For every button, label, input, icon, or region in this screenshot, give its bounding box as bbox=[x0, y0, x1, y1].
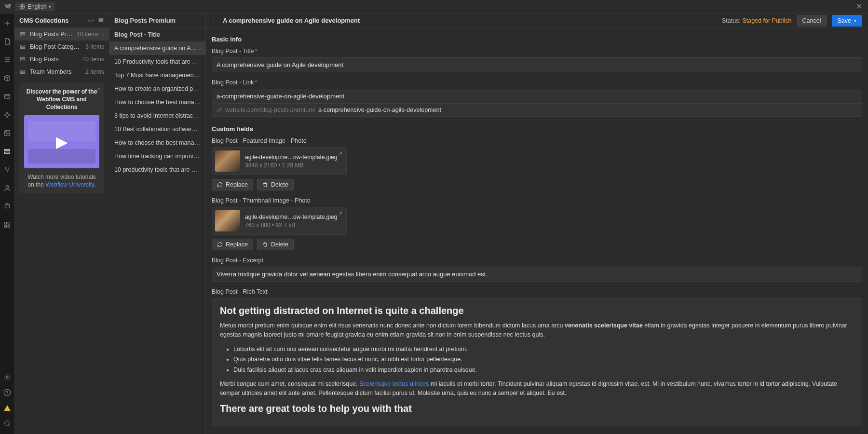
refresh-icon bbox=[217, 182, 223, 188]
richtext-h1: Not getting distracted on Internet is qu… bbox=[220, 305, 854, 316]
link-input[interactable] bbox=[212, 89, 862, 104]
richtext-list: Lobortis elit sit cum orci aenean consec… bbox=[220, 345, 854, 375]
editor-body: Basic info Blog Post - Title* Blog Post … bbox=[206, 28, 868, 434]
help-icon[interactable] bbox=[3, 389, 11, 396]
svg-rect-9 bbox=[4, 222, 6, 224]
cms-item-row[interactable]: A comprehensive guide on Agile deve…› bbox=[109, 41, 205, 55]
collection-item[interactable]: Blog Posts Premium10 items› bbox=[14, 28, 109, 41]
field-label-richtext: Blog Post - Rich Text bbox=[212, 288, 862, 295]
richtext-h2: There are great tools to help you with t… bbox=[220, 403, 854, 414]
language-selector[interactable]: English ▾ bbox=[15, 2, 55, 11]
field-label-excerpt: Blog Post - Excerpt bbox=[212, 257, 862, 264]
assets-icon[interactable] bbox=[3, 129, 11, 137]
promo-title: Discover the power of the Webflow CMS an… bbox=[24, 88, 99, 111]
featured-image-filename: agile-developme…ow-template.jpeg bbox=[245, 154, 337, 161]
cms-item-row[interactable]: How to choose the best management… bbox=[109, 95, 205, 109]
replace-featured-button[interactable]: Replace bbox=[212, 179, 253, 190]
navigator-icon[interactable] bbox=[3, 56, 11, 64]
collection-icon bbox=[19, 31, 26, 38]
cms-item-row[interactable]: How to choose the best management… bbox=[109, 136, 205, 149]
svg-point-13 bbox=[6, 376, 8, 378]
richtext-link[interactable]: Scelerisque lectus ultrices bbox=[359, 380, 429, 387]
expand-icon[interactable]: ↗ bbox=[338, 150, 342, 157]
richtext-editor[interactable]: Not getting distracted on Internet is qu… bbox=[212, 298, 862, 426]
cms-item-row[interactable]: 3 tips to avoid Internet distractions at… bbox=[109, 109, 205, 122]
svg-rect-11 bbox=[4, 225, 6, 227]
cancel-button[interactable]: Cancel bbox=[797, 15, 827, 27]
add-icon[interactable] bbox=[3, 19, 11, 27]
replace-thumb-button[interactable]: Replace bbox=[212, 239, 253, 250]
promo-caption: Watch more video tutorials on the Webflo… bbox=[24, 173, 99, 189]
featured-image-meta: 3840 x 2160 • 1.28 MB bbox=[245, 162, 337, 169]
collection-count: 2 items bbox=[85, 68, 104, 75]
close-button[interactable]: ✕ bbox=[854, 2, 864, 11]
users-icon[interactable] bbox=[3, 184, 11, 192]
collection-count: 10 items bbox=[77, 31, 98, 38]
collection-name: Blog Posts bbox=[30, 56, 79, 63]
cms-item-row[interactable]: 10 Productivity tools that are worth c… bbox=[109, 55, 205, 68]
expand-icon[interactable]: ↗ bbox=[338, 210, 342, 217]
pages-icon[interactable] bbox=[3, 38, 11, 45]
settings-icon[interactable] bbox=[3, 373, 11, 381]
item-name: How time tracking can improve team … bbox=[114, 153, 201, 160]
chevron-down-icon: ▾ bbox=[49, 4, 51, 9]
svg-point-4 bbox=[8, 114, 10, 116]
apps-icon[interactable] bbox=[3, 221, 11, 229]
left-rail bbox=[0, 14, 14, 434]
chevron-right-icon: › bbox=[199, 46, 201, 51]
collection-item[interactable]: Blog Post Categories3 items bbox=[14, 41, 109, 53]
field-label-thumb-image: Blog Post - Thumbnail Image - Photo bbox=[212, 197, 862, 204]
save-button[interactable]: Save ▾ bbox=[832, 15, 863, 27]
style-icon[interactable] bbox=[3, 111, 11, 119]
audit-warning-icon[interactable] bbox=[3, 404, 11, 412]
cms-item-row[interactable]: 10 productivity tools that are worth c… bbox=[109, 163, 205, 176]
svg-rect-12 bbox=[8, 225, 10, 227]
collection-name: Team Members bbox=[30, 68, 81, 75]
item-name: Top 7 Must have management tools f… bbox=[114, 72, 201, 79]
cms-item-row[interactable]: How time tracking can improve team … bbox=[109, 149, 205, 163]
delete-featured-button[interactable]: Delete bbox=[257, 179, 294, 190]
item-name: How to choose the best management… bbox=[114, 139, 201, 146]
cms-item-row[interactable]: 10 Best collaboration software for you… bbox=[109, 122, 205, 136]
cms-item-row[interactable]: How to create an organized productiv… bbox=[109, 82, 205, 95]
collection-item[interactable]: Blog Posts10 items bbox=[14, 53, 109, 66]
logic-icon[interactable] bbox=[3, 166, 11, 174]
chevron-down-icon: ▾ bbox=[854, 18, 856, 23]
delete-thumb-button[interactable]: Delete bbox=[257, 239, 294, 250]
collections-new-icon[interactable] bbox=[98, 17, 104, 23]
cms-icon[interactable] bbox=[3, 148, 11, 155]
collections-panel: CMS Collections ⋯ Blog Posts Premium10 i… bbox=[14, 14, 109, 434]
svg-point-15 bbox=[4, 421, 9, 425]
item-name: 3 tips to avoid Internet distractions at… bbox=[114, 112, 201, 119]
collection-name: Blog Post Categories bbox=[30, 43, 81, 50]
promo-video-thumbnail[interactable]: ▶ bbox=[24, 115, 99, 168]
collection-icon bbox=[19, 43, 26, 50]
promo-close-icon[interactable]: × bbox=[97, 86, 100, 93]
field-label-title: Blog Post - Title* bbox=[212, 48, 862, 54]
items-panel: Blog Posts Premium Blog Post - Title A c… bbox=[109, 14, 205, 434]
field-label-featured-image: Blog Post - Featured Image - Photo bbox=[212, 137, 862, 144]
variables-icon[interactable] bbox=[3, 93, 11, 100]
excerpt-input[interactable] bbox=[212, 267, 862, 282]
svg-rect-10 bbox=[8, 222, 10, 224]
svg-point-2 bbox=[4, 114, 6, 116]
collection-item[interactable]: Team Members2 items bbox=[14, 66, 109, 78]
top-bar: English ▾ ✕ bbox=[0, 0, 868, 14]
thumb-image-meta: 760 x 800 • 92.7 kB bbox=[245, 222, 337, 229]
components-icon[interactable] bbox=[3, 74, 11, 82]
back-arrow-icon[interactable]: ← bbox=[212, 17, 218, 24]
search-icon[interactable] bbox=[3, 420, 11, 427]
svg-point-8 bbox=[6, 186, 8, 188]
language-label: English bbox=[27, 3, 46, 10]
cms-item-row[interactable]: Top 7 Must have management tools f… bbox=[109, 68, 205, 82]
thumb-image-card: agile-developme…ow-template.jpeg 760 x 8… bbox=[212, 207, 347, 235]
field-label-link: Blog Post - Link* bbox=[212, 79, 862, 86]
promo-link[interactable]: Webflow University bbox=[45, 181, 94, 188]
thumb-image-filename: agile-developme…ow-template.jpeg bbox=[245, 214, 337, 220]
globe-icon bbox=[19, 4, 25, 10]
ecommerce-icon[interactable] bbox=[3, 203, 11, 210]
title-input[interactable] bbox=[212, 57, 862, 72]
collections-more-icon[interactable]: ⋯ bbox=[88, 17, 94, 24]
svg-point-3 bbox=[6, 112, 8, 114]
section-basic-info: Basic info bbox=[212, 36, 862, 43]
